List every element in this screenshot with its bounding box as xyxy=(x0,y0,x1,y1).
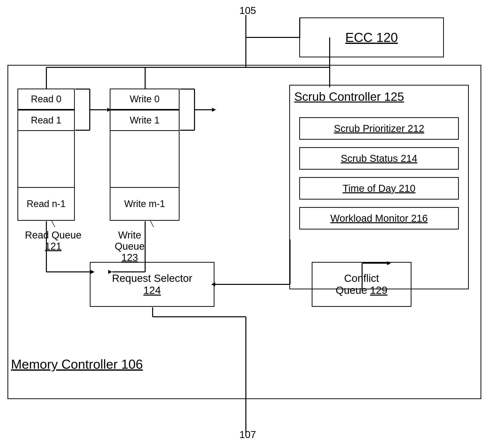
conflict-queue-text: Conflict xyxy=(344,272,379,284)
memory-controller-text: Memory Controller xyxy=(11,357,121,371)
ecc-box: ECC 120 xyxy=(299,17,444,57)
write-queue-label: WriteQueue123 xyxy=(115,229,145,263)
memory-controller-label: Memory Controller 106 xyxy=(11,357,143,372)
write-queue-ref: 123 xyxy=(121,252,138,263)
conflict-queue-box: Conflict Queue 129 xyxy=(312,262,411,307)
scrub-controller-ref: 125 xyxy=(384,90,404,103)
ref-107-label: 107 xyxy=(239,429,256,440)
read-0-row: Read 0 xyxy=(17,89,75,110)
time-of-day-box: Time of Day 210 xyxy=(299,177,459,200)
write-m1-row: Write m-1 xyxy=(110,187,180,221)
read-0-label: Read 0 xyxy=(31,94,62,105)
workload-monitor-ref: 216 xyxy=(411,213,428,224)
scrub-prioritizer-text: Scrub Prioritizer xyxy=(334,123,408,134)
diagram: 105 ECC 120 Memory Controller 106 Scrub … xyxy=(0,0,492,448)
read-queue-ref: 121 xyxy=(45,241,62,252)
scrub-prioritizer-box: Scrub Prioritizer 212 xyxy=(299,117,459,140)
read-1-row: Read 1 xyxy=(17,110,75,131)
ecc-ref: 120 xyxy=(376,30,398,45)
request-selector-text: Request Selector xyxy=(112,272,192,284)
scrub-status-box: Scrub Status 214 xyxy=(299,147,459,170)
ecc-label: ECC xyxy=(345,30,376,45)
request-selector-ref: 124 xyxy=(143,284,161,296)
read-n1-row: Read n-1 xyxy=(17,187,75,221)
conflict-queue-ref: 129 xyxy=(370,284,388,296)
request-selector-box: Request Selector 124 xyxy=(90,262,214,307)
scrub-status-ref: 214 xyxy=(401,153,417,164)
write-1-row: Write 1 xyxy=(110,110,180,131)
scrub-status-text: Scrub Status xyxy=(341,153,401,164)
read-n1-label: Read n-1 xyxy=(27,199,66,209)
read-queue-label: Read Queue121 xyxy=(25,229,82,252)
write-0-row: Write 0 xyxy=(110,89,180,110)
ref-105-label: 105 xyxy=(239,5,256,16)
write-0-label: Write 0 xyxy=(130,94,160,105)
write-m1-label: Write m-1 xyxy=(124,199,165,209)
time-of-day-text: Time of Day xyxy=(343,183,399,194)
memory-controller-ref: 106 xyxy=(121,357,143,371)
read-1-label: Read 1 xyxy=(31,115,62,126)
workload-monitor-box: Workload Monitor 216 xyxy=(299,207,459,229)
workload-monitor-text: Workload Monitor xyxy=(330,213,411,224)
time-of-day-ref: 210 xyxy=(399,183,415,194)
conflict-queue-text2: Queue 129 xyxy=(336,284,388,296)
scrub-controller-text: Scrub Controller xyxy=(294,90,384,103)
scrub-prioritizer-ref: 212 xyxy=(407,123,424,134)
write-1-label: Write 1 xyxy=(130,115,160,126)
scrub-controller-label: Scrub Controller 125 xyxy=(294,90,404,104)
